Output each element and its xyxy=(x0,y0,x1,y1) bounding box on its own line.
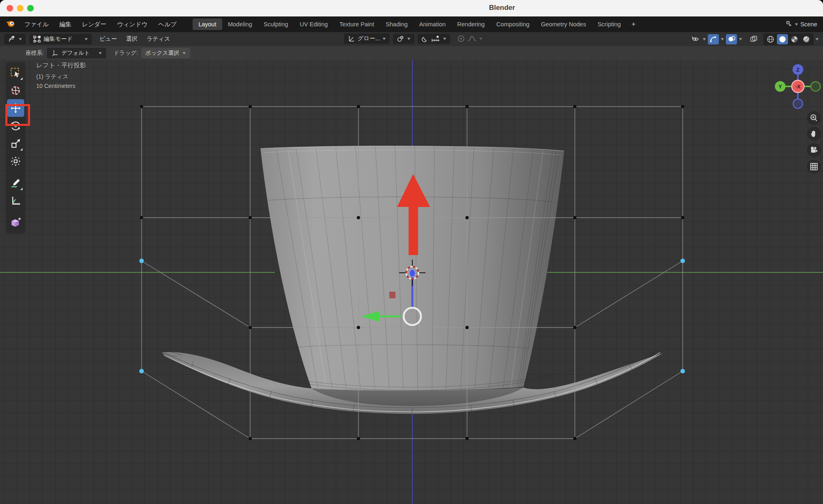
axis-x-label: -X xyxy=(795,84,801,90)
tool-add-cube[interactable] xyxy=(7,214,24,231)
menu-window[interactable]: ウィンドウ xyxy=(112,19,153,30)
lattice-point[interactable] xyxy=(249,437,252,440)
xray-toggle[interactable] xyxy=(748,34,759,44)
show-gizmo-toggle[interactable] xyxy=(708,34,719,44)
lattice-point[interactable] xyxy=(249,105,252,108)
tool-transform[interactable] xyxy=(7,152,24,170)
lattice-point-selected[interactable] xyxy=(139,369,144,374)
tool-scale[interactable] xyxy=(7,135,24,152)
menu-render[interactable]: レンダー xyxy=(77,19,112,30)
menu-select[interactable]: 選択 xyxy=(121,34,142,44)
snapping-group[interactable]: ▼ xyxy=(418,34,450,44)
toggle-projection-button[interactable] xyxy=(807,160,821,174)
falloff-curve-icon xyxy=(467,35,477,42)
mode-selector[interactable]: 編集モード ▼ xyxy=(29,34,92,44)
tab-uv-editing[interactable]: UV Editing xyxy=(294,19,334,30)
menu-edit[interactable]: 編集 xyxy=(54,19,77,30)
snap-magnet-icon xyxy=(421,35,429,42)
lattice-point[interactable] xyxy=(140,216,143,219)
menu-view[interactable]: ビュー xyxy=(95,34,122,44)
object-visibility-toggle[interactable] xyxy=(690,34,701,44)
lattice-point[interactable] xyxy=(249,326,252,329)
show-overlays-toggle[interactable] xyxy=(726,34,737,44)
chevron-down-icon[interactable]: ▼ xyxy=(720,37,725,41)
chevron-down-icon[interactable]: ▼ xyxy=(702,37,707,41)
annotation-highlight-box xyxy=(5,104,30,126)
tab-compositing[interactable]: Compositing xyxy=(491,19,535,30)
lattice-point[interactable] xyxy=(573,105,577,108)
workspace-tabs: Layout Modeling Sculpting UV Editing Tex… xyxy=(193,19,640,30)
lattice-point[interactable] xyxy=(140,105,143,108)
edit-mode-icon xyxy=(33,35,41,43)
tab-sculpting[interactable]: Sculpting xyxy=(258,19,294,30)
lattice-point[interactable] xyxy=(465,437,469,440)
navigation-axis-gizmo[interactable]: Z Y -X xyxy=(772,61,823,110)
tool-measure[interactable] xyxy=(7,192,24,209)
gizmo-z-arrowhead[interactable] xyxy=(409,269,415,277)
axis-z-neg-handle[interactable] xyxy=(793,99,803,109)
lattice-point-selected[interactable] xyxy=(681,259,685,263)
zoom-window-button[interactable] xyxy=(27,5,34,12)
lattice-point-selected[interactable] xyxy=(681,369,685,374)
zoom-icon xyxy=(809,114,818,123)
proportional-editing-group[interactable]: ▼ xyxy=(453,33,486,44)
scale-tool-icon xyxy=(10,138,21,149)
tab-scripting[interactable]: Scripting xyxy=(592,19,626,30)
menu-file[interactable]: ファイル xyxy=(19,19,54,30)
lattice-point[interactable] xyxy=(357,105,360,108)
menu-lattice[interactable]: ラティス xyxy=(142,34,174,44)
editor-type-selector[interactable]: ▼ xyxy=(4,34,26,44)
3d-viewport[interactable]: レフト・平行投影 (1) ラティス 10 Centimeters xyxy=(0,60,823,504)
tool-cursor[interactable] xyxy=(7,81,24,99)
lattice-point-selected[interactable] xyxy=(139,259,144,263)
lattice-point[interactable] xyxy=(681,105,684,108)
menu-help[interactable]: ヘルプ xyxy=(153,19,182,30)
shading-rendered-button[interactable] xyxy=(801,34,812,44)
lattice-point[interactable] xyxy=(357,216,360,219)
orientation-dropdown[interactable]: デフォルト ▼ xyxy=(47,48,106,58)
zoom-view-button[interactable] xyxy=(807,111,821,125)
tab-rendering[interactable]: Rendering xyxy=(451,19,491,30)
lattice-point[interactable] xyxy=(357,437,360,440)
tool-box-select[interactable] xyxy=(7,64,24,81)
pan-view-button[interactable] xyxy=(807,127,821,141)
lattice-edge xyxy=(575,261,683,327)
view-name-label: レフト・平行投影 xyxy=(36,62,86,68)
tab-shading[interactable]: Shading xyxy=(380,19,413,30)
blender-logo-icon[interactable] xyxy=(6,20,15,29)
tab-modeling[interactable]: Modeling xyxy=(222,19,258,30)
tab-geometry-nodes[interactable]: Geometry Nodes xyxy=(535,19,592,30)
tool-annotate[interactable] xyxy=(7,174,24,192)
transform-tool-icon xyxy=(10,156,21,167)
drag-mode-dropdown[interactable]: ボックス選択 ▼ xyxy=(141,48,190,58)
orientation-axes-icon xyxy=(348,35,355,42)
scene-selector[interactable]: ▼ Scene xyxy=(785,21,817,28)
transform-orientation-dropdown[interactable]: グロー... ▼ xyxy=(344,33,390,44)
add-workspace-button[interactable]: + xyxy=(627,19,641,30)
axis-y-neg-handle[interactable] xyxy=(811,82,821,91)
lattice-point[interactable] xyxy=(465,105,469,108)
lattice-point[interactable] xyxy=(357,326,360,329)
chevron-down-icon[interactable]: ▼ xyxy=(814,37,819,41)
tab-texture-paint[interactable]: Texture Paint xyxy=(334,19,380,30)
lattice-edge xyxy=(142,261,250,327)
lattice-point[interactable] xyxy=(573,437,577,440)
lattice-point[interactable] xyxy=(573,216,577,219)
lattice-point[interactable] xyxy=(465,326,469,329)
tab-animation[interactable]: Animation xyxy=(414,19,451,30)
chevron-down-icon[interactable]: ▼ xyxy=(738,37,743,41)
lattice-point[interactable] xyxy=(573,326,577,329)
shading-material-button[interactable] xyxy=(789,34,800,44)
minimize-window-button[interactable] xyxy=(17,5,23,12)
shading-wireframe-button[interactable] xyxy=(765,34,776,44)
lattice-point[interactable] xyxy=(681,216,684,219)
pivot-point-icon xyxy=(397,35,405,42)
lattice-point[interactable] xyxy=(465,216,469,219)
tab-layout[interactable]: Layout xyxy=(193,19,222,30)
shading-solid-button[interactable] xyxy=(777,34,788,44)
camera-view-button[interactable] xyxy=(807,143,821,157)
close-window-button[interactable] xyxy=(7,5,13,12)
pivot-point-dropdown[interactable]: ▼ xyxy=(393,34,414,44)
lattice-point[interactable] xyxy=(249,216,252,219)
chevron-down-icon: ▼ xyxy=(382,37,387,41)
